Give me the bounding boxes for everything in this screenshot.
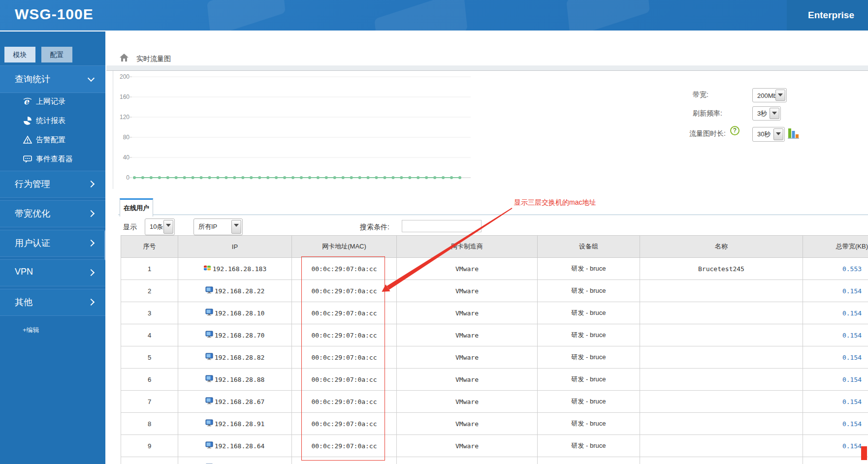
column-header: 名称 bbox=[640, 236, 803, 258]
home-icon[interactable] bbox=[119, 53, 129, 62]
online-users-table: 序号IP网卡地址(MAC)网卡制造商设备组名称总带宽(KB) 1192.168.… bbox=[121, 235, 868, 464]
table-row: 3192.168.28.1000:0c:29:07:0a:ccVMware研发 … bbox=[121, 302, 868, 324]
breadcrumb-title: 实时流量图 bbox=[136, 55, 171, 63]
search-input[interactable] bbox=[402, 220, 482, 232]
cell-vendor: VMware bbox=[397, 346, 538, 369]
cell-device-group: 研发 - bruce bbox=[538, 258, 640, 280]
refresh-rate-value: 3秒 bbox=[757, 109, 767, 118]
cell-name: Brucetest245 bbox=[640, 258, 803, 280]
panel-divider-strip bbox=[106, 65, 868, 71]
ip-filter-value: 所有IP bbox=[198, 222, 217, 231]
bandwidth-select[interactable]: 200Mb bbox=[752, 88, 787, 102]
chart-duration-select[interactable]: 30秒 bbox=[752, 127, 785, 142]
sidebar-item-event-viewer[interactable]: 事件查看器 bbox=[0, 150, 105, 169]
tab-online-users[interactable]: 在线用户 bbox=[120, 198, 153, 217]
cell-bandwidth: 0.154 bbox=[803, 280, 868, 302]
bandwidth-link[interactable]: 0.154 bbox=[842, 398, 862, 405]
ip-filter-select[interactable]: 所有IP bbox=[193, 218, 243, 235]
sidebar-group-0[interactable]: 行为管理 bbox=[0, 171, 105, 198]
table-row: 6192.168.28.8800:0c:29:07:0a:ccVMware研发 … bbox=[121, 369, 868, 391]
sidebar-tab-config[interactable]: 配置 bbox=[41, 47, 72, 62]
bandwidth-link[interactable]: 0.154 bbox=[842, 287, 862, 295]
cell-ip-text: 192.168.28.70 bbox=[215, 332, 265, 339]
sidebar-group-2[interactable]: 用户认证 bbox=[0, 230, 105, 257]
cell-index: 10 bbox=[121, 457, 178, 464]
event-viewer-icon bbox=[23, 154, 32, 164]
column-header: IP bbox=[178, 236, 292, 258]
cell-ip-text: 192.168.28.22 bbox=[215, 287, 265, 295]
sidebar-group-3[interactable]: VPN bbox=[0, 259, 105, 286]
refresh-rate-label: 刷新频率: bbox=[693, 109, 722, 118]
bandwidth-link[interactable]: 0.553 bbox=[842, 265, 862, 273]
tab-label: 在线用户 bbox=[120, 204, 153, 213]
sidebar-item-label: 上网记录 bbox=[36, 97, 65, 106]
sidebar-item-statistics-report[interactable]: 统计报表 bbox=[0, 111, 105, 130]
sidebar-group-label: VPN bbox=[15, 267, 33, 277]
cell-vendor: VMware bbox=[397, 413, 538, 435]
sidebar-item-internet-records[interactable]: e 上网记录 bbox=[0, 92, 105, 111]
online-users-table-wrapper: 序号IP网卡地址(MAC)网卡制造商设备组名称总带宽(KB) 1192.168.… bbox=[121, 235, 868, 464]
sidebar-item-label: 事件查看器 bbox=[36, 155, 73, 164]
cell-device-group: 研发 - bruce bbox=[538, 280, 640, 302]
cell-ip: 192.168.28.82 bbox=[178, 346, 292, 369]
cell-name bbox=[640, 413, 803, 435]
sidebar-edit-button[interactable]: +编辑 bbox=[23, 326, 39, 335]
page-size-select[interactable]: 10条 bbox=[145, 218, 175, 235]
help-icon[interactable]: ? bbox=[730, 126, 739, 135]
cell-device-group: 研发 - bruce bbox=[538, 369, 640, 391]
cell-vendor: VMware bbox=[397, 302, 538, 324]
cell-mac: 00:0c:29:07:0a:cc bbox=[292, 435, 397, 457]
cell-mac: 00:0c:29:07:0a:cc bbox=[292, 324, 397, 346]
refresh-rate-select[interactable]: 3秒 bbox=[752, 106, 781, 121]
chart-duration-label: 流量图时长: bbox=[689, 129, 726, 138]
table-row: 1192.168.28.18300:0c:29:07:0a:ccVMware研发… bbox=[121, 258, 868, 280]
cell-device-group: 研发 - bruce bbox=[538, 346, 640, 369]
annotation-text: 显示三层交换机的mac地址 bbox=[514, 198, 596, 207]
sidebar-item-alert-config[interactable]: 告警配置 bbox=[0, 130, 105, 150]
cell-index: 5 bbox=[121, 346, 178, 369]
bandwidth-link[interactable]: 0.154 bbox=[842, 332, 862, 339]
sidebar-group-query-stats[interactable]: 查询统计 bbox=[0, 65, 105, 93]
table-row: 4192.168.28.7000:0c:29:07:0a:ccVMware研发 … bbox=[121, 324, 868, 346]
bandwidth-link[interactable]: 0.154 bbox=[842, 420, 862, 428]
chevron-right-icon bbox=[88, 269, 95, 276]
chart-duration-value: 30秒 bbox=[757, 130, 771, 139]
cell-ip: 192.168.28.183 bbox=[178, 258, 292, 280]
cell-index: 9 bbox=[121, 435, 178, 457]
header-texture bbox=[207, 0, 286, 31]
computer-icon bbox=[205, 375, 213, 384]
cell-name bbox=[640, 391, 803, 413]
bandwidth-link[interactable]: 0.154 bbox=[842, 376, 862, 383]
table-row: 2192.168.28.2200:0c:29:07:0a:ccVMware研发 … bbox=[121, 280, 868, 302]
cell-index: 2 bbox=[121, 280, 178, 302]
cell-bandwidth: 0.154 bbox=[803, 346, 868, 369]
computer-icon bbox=[205, 397, 213, 406]
sidebar-group-4[interactable]: 其他 bbox=[0, 289, 105, 316]
chevron-right-icon bbox=[88, 299, 95, 306]
table-row: 8192.168.28.9100:0c:29:07:0a:ccVMware研发 … bbox=[121, 413, 868, 435]
bandwidth-link[interactable]: 0.154 bbox=[842, 442, 862, 450]
cell-name bbox=[640, 457, 803, 464]
windows-os-icon bbox=[203, 264, 211, 273]
cell-vendor: VMware bbox=[397, 258, 538, 280]
column-header: 网卡制造商 bbox=[397, 236, 538, 258]
bandwidth-link[interactable]: 0.154 bbox=[842, 354, 862, 361]
cell-ip-text: 192.168.28.67 bbox=[215, 398, 265, 405]
cell-vendor: VMware bbox=[397, 280, 538, 302]
bandwidth-link[interactable]: 0.154 bbox=[842, 309, 862, 317]
search-label: 搜索条件: bbox=[360, 223, 389, 232]
cell-device-group: 研发 - bruce bbox=[538, 435, 640, 457]
cell-ip: 192.168.28.10 bbox=[178, 302, 292, 324]
product-logo: WSG-100E bbox=[15, 6, 94, 23]
sidebar-group-1[interactable]: 带宽优化 bbox=[0, 200, 105, 227]
sidebar-tab-modules[interactable]: 模块 bbox=[4, 47, 35, 62]
chevron-right-icon bbox=[88, 181, 95, 187]
sidebar-item-label: 告警配置 bbox=[36, 135, 65, 145]
cell-ip-text: 192.168.28.82 bbox=[215, 354, 265, 361]
cell-bandwidth: 0.154 bbox=[803, 302, 868, 324]
wsg-app-window: WSG-100E Enterprise 模块 配置 查询统计 e 上网记录 统计… bbox=[0, 0, 868, 464]
bar-chart-icon[interactable] bbox=[788, 126, 800, 140]
sidebar-group-label: 查询统计 bbox=[15, 73, 50, 85]
cell-bandwidth: 0.553 bbox=[803, 258, 868, 280]
column-header: 网卡地址(MAC) bbox=[292, 236, 397, 258]
